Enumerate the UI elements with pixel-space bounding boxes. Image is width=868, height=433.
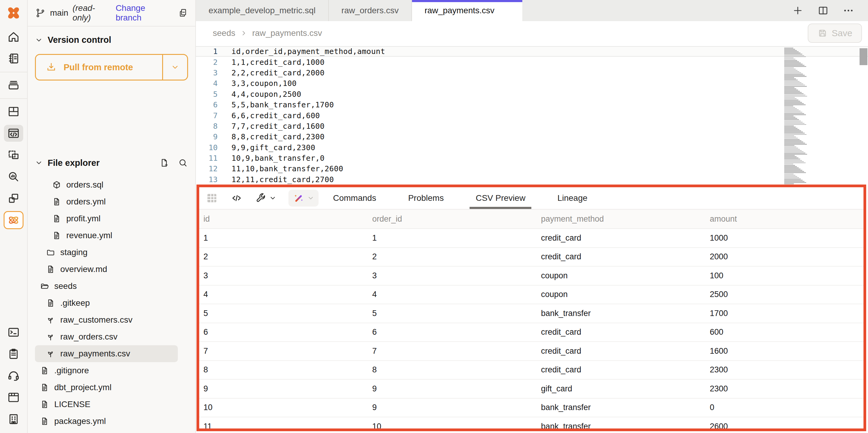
terminal-icon[interactable] xyxy=(0,321,27,343)
file-explorer-header[interactable]: File explorer xyxy=(35,158,188,168)
cell-order-id: 4 xyxy=(368,290,537,299)
home-icon[interactable] xyxy=(0,26,27,48)
windows-icon[interactable] xyxy=(0,187,27,209)
pull-options-caret[interactable] xyxy=(162,55,187,80)
cell-order-id: 9 xyxy=(368,403,537,412)
frame-select-icon[interactable] xyxy=(0,144,27,166)
table-row: 11 10 bank_transfer 2600 xyxy=(199,417,864,429)
.gitkeep[interactable]: .gitkeep xyxy=(35,295,178,312)
orders.sql[interactable]: orders.sql xyxy=(35,176,178,193)
code-editor[interactable]: 1 id,order_id,payment_method,amount 2 1,… xyxy=(196,45,868,184)
compiled-code-icon[interactable] xyxy=(230,192,243,204)
line-text: id,order_id,payment_method,amount xyxy=(231,47,385,56)
cell-order-id: 2 xyxy=(368,252,537,261)
cell-id: 1 xyxy=(199,233,368,243)
download-icon xyxy=(45,61,57,73)
insights-search-icon[interactable] xyxy=(0,166,27,187)
pull-from-remote-label: Pull from remote xyxy=(64,62,133,73)
file-tree: orders.sql orders.yml profit.yml revenue… xyxy=(35,176,188,433)
change-branch-link[interactable]: Change branch xyxy=(116,3,170,23)
LICENSE[interactable]: LICENSE xyxy=(35,396,178,413)
orders.yml[interactable]: orders.yml xyxy=(35,193,178,210)
.gitignore[interactable]: .gitignore xyxy=(35,362,178,379)
tab-raw-payments-csv[interactable]: raw_payments.csv xyxy=(412,0,522,21)
tab-problems[interactable]: Problems xyxy=(407,187,445,209)
new-tab-plus-icon[interactable] xyxy=(792,5,804,16)
cell-id: 3 xyxy=(199,271,368,281)
breadcrumb-bar: seeds raw_payments.csv Save xyxy=(196,21,868,45)
line-number: 13 xyxy=(196,175,231,184)
code-editor-icon[interactable] xyxy=(0,122,27,144)
editor-scrollbar[interactable] xyxy=(859,45,868,184)
line-text: 1,1,credit_card,1000 xyxy=(231,58,324,67)
cell-payment-method: credit_card xyxy=(537,327,706,337)
tabbar-actions xyxy=(792,0,868,21)
breadcrumb-folder[interactable]: seeds xyxy=(213,28,236,38)
line-number: 1 xyxy=(196,47,231,56)
cell-order-id: 10 xyxy=(368,422,537,429)
profit.yml[interactable]: profit.yml xyxy=(35,210,178,227)
version-control-header[interactable]: Version control xyxy=(35,35,188,45)
tab-lineage[interactable]: Lineage xyxy=(556,187,589,209)
cell-id: 9 xyxy=(199,384,368,394)
warehouse-stack-icon[interactable] xyxy=(0,74,27,96)
cell-payment-method: credit_card xyxy=(537,365,706,375)
atom-icon[interactable] xyxy=(0,209,27,231)
editor-tabs: example_develop_metric.sql raw_orders.cs… xyxy=(196,0,522,21)
split-view-icon[interactable] xyxy=(817,5,829,16)
cell-amount: 100 xyxy=(706,271,864,281)
tab-raw-orders-csv[interactable]: raw_orders.csv xyxy=(329,0,412,21)
seeds[interactable]: seeds xyxy=(35,278,178,295)
organization-icon[interactable] xyxy=(0,408,27,430)
tab-close-icon[interactable] xyxy=(502,7,510,15)
version-control-section: Version control Pull from remote xyxy=(28,27,195,81)
git-branch-icon xyxy=(35,7,46,19)
icon-rail xyxy=(0,0,28,433)
line-number: 3 xyxy=(196,68,231,77)
clipboard-icon[interactable] xyxy=(0,343,27,365)
copy-icon[interactable] xyxy=(178,8,188,18)
search-icon[interactable] xyxy=(178,158,188,168)
pull-from-remote-button[interactable]: Pull from remote xyxy=(35,54,188,81)
line-text: 6,6,credit_card,600 xyxy=(231,111,320,120)
bottom-panel-tabs: CommandsProblemsCSV PreviewLineage xyxy=(332,187,589,209)
cell-amount: 2000 xyxy=(706,252,864,261)
packages.yml[interactable]: packages.yml xyxy=(35,413,178,430)
raw_payments.csv[interactable]: raw_payments.csv xyxy=(35,345,178,362)
revenue.yml[interactable]: revenue.yml xyxy=(35,227,178,244)
dashboard-icon[interactable] xyxy=(0,101,27,122)
line-text: 12,11,credit_card,2700 xyxy=(231,175,334,184)
cell-payment-method: bank_transfer xyxy=(537,422,706,429)
support-headset-icon[interactable] xyxy=(0,365,27,386)
tab-example-develop-metric-sql[interactable]: example_develop_metric.sql xyxy=(196,0,329,21)
staging[interactable]: staging xyxy=(35,244,178,261)
scrollbar-thumb[interactable] xyxy=(860,48,867,65)
tab-csv-preview[interactable]: CSV Preview xyxy=(474,187,527,209)
dbt_project.yml[interactable]: dbt_project.yml xyxy=(35,379,178,396)
magic-wand-dropdown[interactable] xyxy=(288,190,318,206)
raw_orders.csv[interactable]: raw_orders.csv xyxy=(35,328,178,345)
notebook-icon[interactable] xyxy=(0,48,27,69)
more-options-icon[interactable] xyxy=(843,5,854,16)
cell-amount: 2600 xyxy=(706,422,864,429)
minimap[interactable] xyxy=(784,48,808,184)
results-table-icon[interactable] xyxy=(205,192,218,205)
breadcrumb-file: raw_payments.csv xyxy=(252,28,322,38)
new-file-icon[interactable] xyxy=(159,158,169,168)
raw_customers.csv[interactable]: raw_customers.csv xyxy=(35,312,178,328)
table-row: 6 6 credit_card 600 xyxy=(199,323,864,342)
browser-window-icon[interactable] xyxy=(0,386,27,408)
tab-commands[interactable]: Commands xyxy=(332,187,377,209)
line-number: 9 xyxy=(196,133,231,141)
line-number: 5 xyxy=(196,90,231,98)
cell-payment-method: coupon xyxy=(537,290,706,299)
build-tools-dropdown[interactable] xyxy=(255,192,276,204)
cell-id: 4 xyxy=(199,290,368,299)
line-text: 2,2,credit_card,2000 xyxy=(231,68,324,77)
overview.md[interactable]: overview.md xyxy=(35,261,178,278)
cell-order-id: 7 xyxy=(368,346,537,356)
app-logo-icon[interactable] xyxy=(0,0,27,26)
pull-from-remote-main[interactable]: Pull from remote xyxy=(36,55,162,80)
save-button[interactable]: Save xyxy=(808,24,862,43)
bottom-panel-highlighted: CommandsProblemsCSV PreviewLineage id or… xyxy=(196,184,866,431)
